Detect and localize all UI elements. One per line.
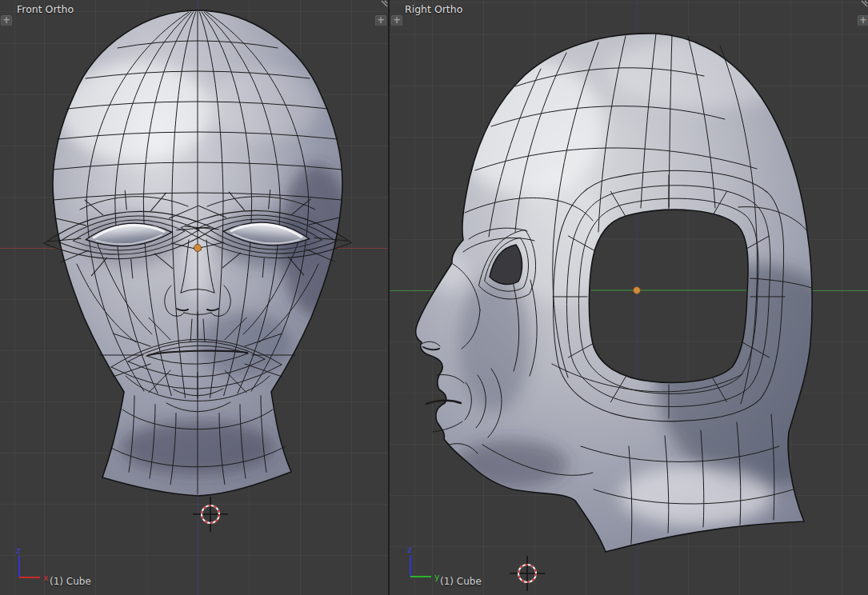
plus-icon[interactable]: + bbox=[375, 15, 386, 26]
svg-text:z: z bbox=[407, 545, 412, 555]
object-origin-dot bbox=[634, 287, 641, 294]
object-origin-dot bbox=[194, 245, 202, 252]
viewport-label: Front Ortho bbox=[17, 3, 74, 15]
plus-icon[interactable]: + bbox=[1, 15, 12, 26]
viewport-label: Right Ortho bbox=[405, 3, 462, 15]
mini-axis-gizmo: z y bbox=[399, 545, 441, 585]
head-mesh-front-view[interactable] bbox=[0, 0, 388, 595]
viewport-front-ortho[interactable]: Front Ortho (1) Cube + + z x bbox=[0, 0, 388, 595]
plus-icon[interactable]: + bbox=[858, 15, 868, 26]
active-object-label: (1) Cube bbox=[50, 576, 91, 587]
plus-icon[interactable]: + bbox=[391, 15, 402, 26]
viewport-right-ortho[interactable]: Right Ortho (1) Cube + + z y bbox=[390, 0, 868, 595]
head-mesh-side-view[interactable] bbox=[390, 0, 868, 595]
3d-cursor bbox=[193, 497, 228, 532]
svg-text:z: z bbox=[16, 545, 21, 556]
active-object-label: (1) Cube bbox=[440, 576, 482, 587]
area-corner-grip-icon[interactable] bbox=[858, 0, 868, 10]
svg-text:x: x bbox=[43, 573, 49, 583]
3d-cursor bbox=[510, 556, 545, 591]
svg-text:y: y bbox=[434, 572, 440, 582]
mini-axis-gizmo: z x bbox=[8, 545, 50, 585]
mesh-hole-interior bbox=[589, 208, 750, 385]
area-corner-grip-icon[interactable] bbox=[378, 0, 388, 10]
